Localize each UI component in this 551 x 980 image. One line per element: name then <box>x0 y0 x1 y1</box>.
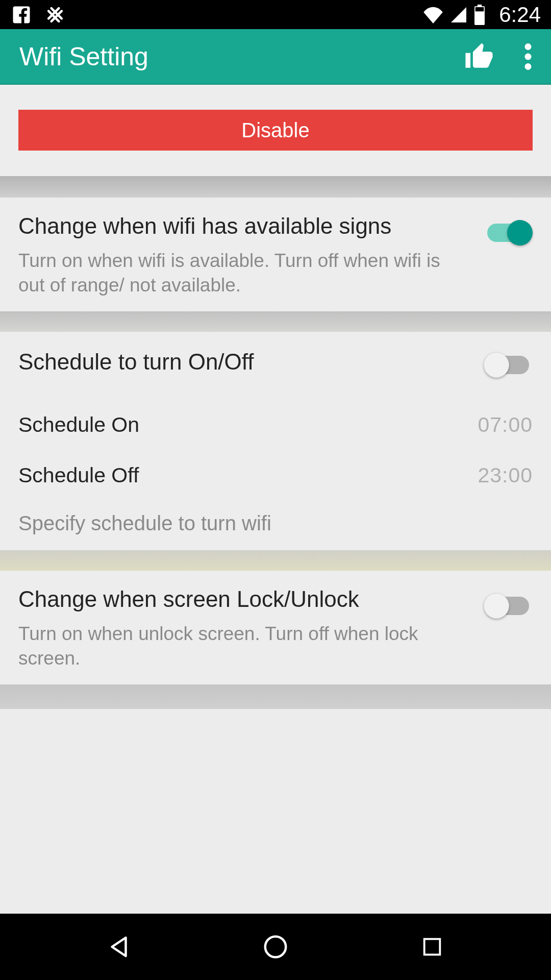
cell-signal-icon <box>449 6 468 24</box>
section-divider <box>0 311 551 332</box>
schedule-header[interactable]: Schedule to turn On/Off <box>18 344 533 379</box>
status-right: 6:24 <box>422 3 541 27</box>
schedule-on-row[interactable]: Schedule On 07:00 <box>18 400 533 450</box>
svg-point-4 <box>525 53 532 60</box>
svg-rect-1 <box>478 5 482 7</box>
wifi-icon <box>422 6 444 23</box>
wifi-signs-toggle[interactable] <box>484 218 533 247</box>
schedule-on-label: Schedule On <box>18 413 139 437</box>
schedule-off-row[interactable]: Schedule Off 23:00 <box>18 450 533 501</box>
schedule-section: Schedule to turn On/Off Schedule On 07:0… <box>0 332 551 550</box>
battery-icon <box>473 5 486 25</box>
wifi-signs-desc: Turn on when wifi is available. Turn off… <box>18 249 468 297</box>
disable-button[interactable]: Disable <box>18 110 533 151</box>
schedule-title: Schedule to turn On/Off <box>18 349 484 375</box>
schedule-on-value: 07:00 <box>478 413 533 437</box>
home-button[interactable] <box>255 926 296 967</box>
app-bar: Wifi Setting <box>0 29 551 85</box>
wifi-signs-setting[interactable]: Change when wifi has available signs Tur… <box>0 198 551 311</box>
status-time: 6:24 <box>499 3 541 27</box>
schedule-off-label: Schedule Off <box>18 463 139 487</box>
status-left <box>10 4 66 26</box>
content: Disable Change when wifi has available s… <box>0 85 551 914</box>
thumbs-up-icon[interactable] <box>464 42 494 71</box>
svg-point-6 <box>265 937 286 958</box>
navigation-bar <box>0 914 551 980</box>
back-button[interactable] <box>98 926 139 967</box>
overflow-menu-icon[interactable] <box>524 43 532 70</box>
recent-apps-button[interactable] <box>412 926 453 967</box>
schedule-hint: Specify schedule to turn wifi <box>18 512 533 535</box>
section-divider <box>0 550 551 571</box>
svg-rect-2 <box>475 7 484 11</box>
svg-point-5 <box>525 63 532 70</box>
screen-lock-setting[interactable]: Change when screen Lock/Unlock Turn on w… <box>0 571 551 684</box>
svg-rect-7 <box>424 939 440 955</box>
disable-section: Disable <box>0 85 551 176</box>
schedule-toggle[interactable] <box>484 350 533 379</box>
screen-lock-desc: Turn on when unlock screen. Turn off whe… <box>18 622 468 670</box>
app-title: Wifi Setting <box>19 42 148 71</box>
wifi-signs-text: Change when wifi has available signs Tur… <box>18 212 468 297</box>
slack-icon <box>44 4 66 26</box>
screen-lock-title: Change when screen Lock/Unlock <box>18 585 468 614</box>
svg-point-3 <box>525 43 532 50</box>
section-divider <box>0 176 551 198</box>
schedule-off-value: 23:00 <box>478 463 533 487</box>
app-bar-actions <box>464 42 532 71</box>
section-divider <box>0 684 551 709</box>
screen-lock-toggle[interactable] <box>484 591 533 620</box>
facebook-icon <box>10 4 33 26</box>
status-bar: 6:24 <box>0 0 551 29</box>
screen-lock-text: Change when screen Lock/Unlock Turn on w… <box>18 585 468 670</box>
wifi-signs-title: Change when wifi has available signs <box>18 212 468 240</box>
